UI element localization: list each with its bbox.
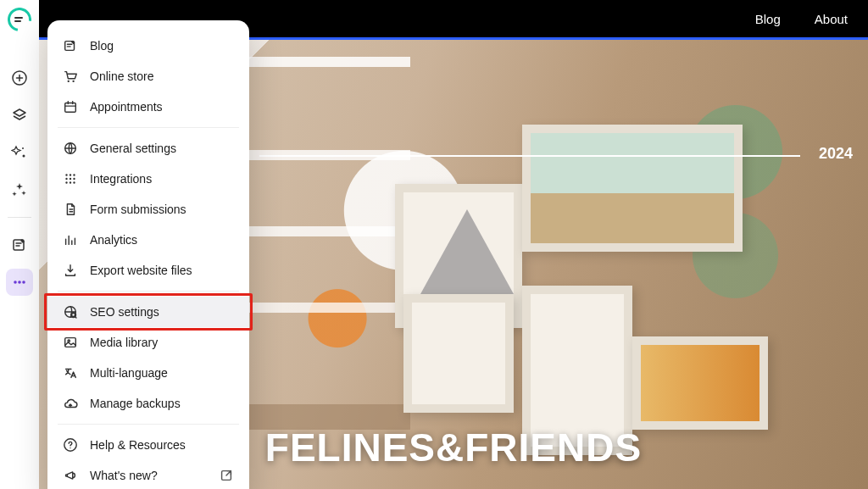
svg-point-17 [73, 174, 75, 175]
rail-ai-button[interactable] [6, 139, 33, 166]
rail-layers-button[interactable] [6, 102, 33, 129]
decor-shelf [242, 57, 410, 67]
external-link-icon-wrap [219, 468, 234, 483]
svg-point-8 [18, 281, 21, 284]
menu-item-whatsnew[interactable]: What's new? [47, 460, 249, 489]
menu-separator [58, 291, 239, 292]
svg-point-20 [73, 178, 75, 180]
menu-item-integrations[interactable]: Integrations [47, 164, 249, 194]
rail-note-button[interactable] [6, 231, 33, 258]
external-icon [219, 468, 234, 483]
menu-item-blog[interactable]: Blog [47, 31, 249, 61]
logo-icon [8, 8, 31, 31]
backups-icon [63, 396, 78, 411]
app-logo[interactable] [7, 7, 32, 32]
hero-year: 2024 [819, 145, 853, 163]
decor-shelf [242, 226, 410, 236]
rail-more-button[interactable] [6, 269, 33, 296]
menu-item-help[interactable]: Help & Resources [47, 430, 249, 460]
menu-item-label: Export website files [90, 264, 234, 277]
menu-item-label: Form submissions [90, 203, 234, 216]
menu-item-label: Analytics [90, 233, 234, 247]
menu-item-media[interactable]: Media library [47, 327, 249, 358]
forms-icon [63, 202, 78, 217]
svg-point-30 [70, 447, 70, 448]
decor-frame [632, 336, 768, 430]
layers-icon [11, 107, 28, 124]
menu-item-store[interactable]: Online store [47, 61, 249, 92]
rail-sparkles-button[interactable] [6, 176, 33, 203]
svg-point-21 [65, 181, 67, 183]
svg-rect-13 [65, 103, 76, 113]
svg-point-22 [70, 181, 71, 183]
integrations-icon-wrap [63, 171, 78, 186]
nav-link-about[interactable]: About [815, 12, 848, 26]
media-icon-wrap [63, 335, 78, 350]
menu-item-analytics[interactable]: Analytics [47, 225, 249, 255]
menu-item-label: Manage backups [90, 397, 234, 410]
menu-item-seo[interactable]: SEO settings [47, 297, 249, 327]
integrations-icon [63, 171, 78, 186]
menu-separator [58, 424, 239, 425]
sparkles-icon [11, 181, 28, 198]
menu-item-label: Appointments [90, 100, 234, 114]
menu-item-label: SEO settings [90, 305, 234, 319]
whatsnew-icon [63, 468, 78, 483]
appointments-icon [63, 99, 78, 114]
general-icon-wrap [63, 141, 78, 156]
svg-rect-27 [65, 338, 76, 347]
more-menu-popover: BlogOnline storeAppointmentsGeneral sett… [47, 20, 249, 489]
media-icon [63, 335, 78, 350]
menu-item-label: General settings [90, 142, 234, 155]
hero-rule [259, 155, 800, 157]
svg-point-5 [23, 155, 25, 158]
note-pencil-icon [11, 236, 28, 253]
ai-sparkle-icon [11, 144, 28, 161]
general-icon [63, 141, 78, 156]
svg-point-28 [68, 340, 70, 342]
svg-point-16 [70, 174, 71, 175]
export-icon [63, 263, 78, 278]
menu-item-label: Media library [90, 336, 234, 349]
menu-item-appointments[interactable]: Appointments [47, 92, 249, 122]
svg-point-18 [65, 178, 67, 180]
svg-point-19 [70, 178, 71, 180]
menu-item-export[interactable]: Export website files [47, 255, 249, 286]
menu-item-general[interactable]: General settings [47, 133, 249, 164]
menu-item-label: Multi-language [90, 366, 234, 380]
left-rail [0, 0, 39, 489]
menu-item-label: Integrations [90, 172, 234, 186]
analytics-icon-wrap [63, 232, 78, 247]
blog-icon [63, 38, 78, 53]
export-icon-wrap [63, 263, 78, 278]
svg-point-4 [22, 147, 24, 149]
svg-point-0 [8, 8, 31, 31]
help-icon-wrap [63, 437, 78, 453]
svg-point-23 [73, 181, 75, 183]
menu-item-label: Blog [90, 39, 234, 53]
svg-point-12 [72, 81, 74, 82]
decor-shelf [242, 303, 410, 313]
menu-item-label: Online store [90, 69, 234, 83]
store-icon-wrap [63, 69, 78, 84]
appointments-icon-wrap [63, 99, 78, 114]
svg-point-11 [68, 81, 70, 82]
help-icon [63, 437, 78, 453]
svg-point-7 [14, 281, 17, 284]
menu-item-forms[interactable]: Form submissions [47, 194, 249, 225]
plus-circle-icon [11, 69, 28, 86]
menu-item-backups[interactable]: Manage backups [47, 388, 249, 419]
nav-link-blog[interactable]: Blog [755, 12, 781, 26]
lang-icon-wrap [63, 365, 78, 381]
seo-icon [63, 304, 78, 320]
rail-add-button[interactable] [6, 64, 33, 92]
menu-item-label: What's new? [90, 469, 207, 482]
forms-icon-wrap [63, 202, 78, 217]
menu-item-label: Help & Resources [90, 438, 234, 452]
menu-item-lang[interactable]: Multi-language [47, 358, 249, 388]
lang-icon [63, 365, 78, 381]
whatsnew-icon-wrap [63, 468, 78, 483]
decor-frame [522, 125, 743, 252]
rail-divider [8, 217, 31, 218]
menu-separator [58, 127, 239, 128]
